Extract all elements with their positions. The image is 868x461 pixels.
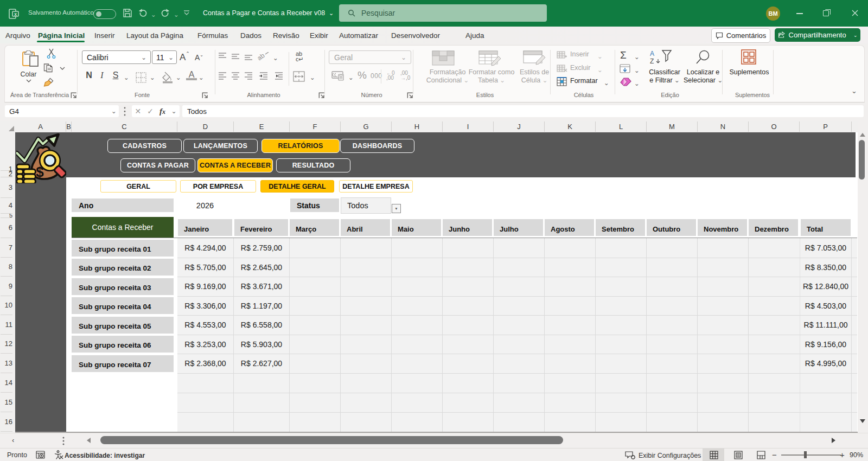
- svg-text:ab: ab: [256, 52, 266, 61]
- svg-text:Z: Z: [650, 57, 654, 65]
- svg-text:A: A: [650, 50, 654, 57]
- svg-text:x: x: [14, 11, 17, 17]
